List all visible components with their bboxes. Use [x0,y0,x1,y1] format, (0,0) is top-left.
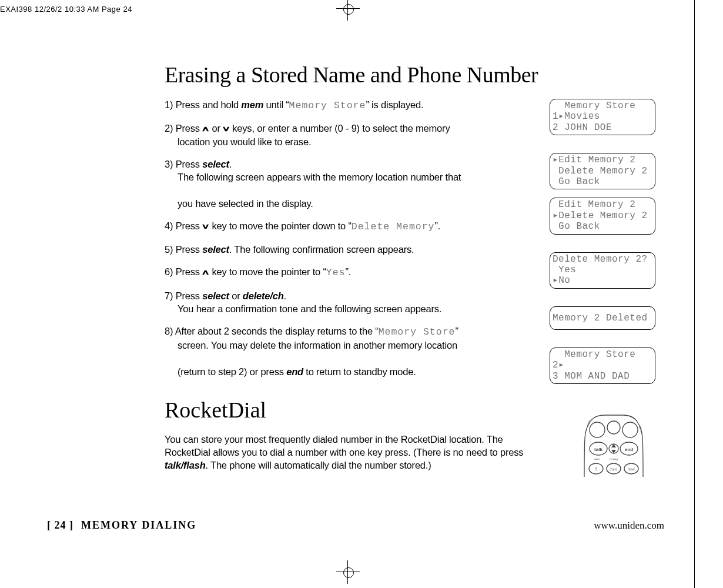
section-heading-erase: Erasing a Stored Name and Phone Number [165,62,652,88]
rocketdial-intro: You can store your most frequently diale… [165,433,529,472]
svg-text:v-t/ring: v-t/ring [609,457,618,460]
steps-list: 1) Press and hold mem until “Memory Stor… [165,98,523,378]
lcd-memory-store-1: Memory Store 1▸Movies 2 JOHN DOE [550,99,655,135]
svg-text:end: end [625,447,633,452]
lcd-delete-confirm: Delete Memory 2? Yes ▸No [550,252,655,289]
footer-left: [ 24 ] MEMORY DIALING [47,519,196,532]
step-6: 6) Press ∧ key to move the pointer to “Y… [165,265,523,279]
page-footer: [ 24 ] MEMORY DIALING www.uniden.com [47,519,664,532]
down-arrow-icon: ∨ [201,221,210,231]
svg-point-0 [590,422,605,437]
page-number: [ 24 ] [47,519,73,531]
svg-text:talk: talk [594,447,602,452]
down-arrow-icon: ∨ [222,123,230,133]
lcd-memory-store-2: Memory Store 2▸ 3 MOM AND DAD [550,348,655,384]
step-8: 8) After about 2 seconds the display ret… [165,325,523,378]
lcd-delete-memory-selected: Edit Memory 2 ▸Delete Memory 2 Go Back [550,198,655,234]
trim-rule [694,0,695,588]
svg-text:select: select [586,419,591,426]
up-arrow-icon: ∧ [201,123,210,133]
svg-text:3def: 3def [628,467,635,472]
step-3: 3) Press select. The following screen ap… [165,158,523,210]
step-4: 4) Press ∨ key to move the pointer down … [165,219,523,233]
svg-text:2abc: 2abc [610,467,617,472]
svg-text:flash: flash [594,457,600,460]
step-2: 2) Press ∧ or ∨ keys, or enter a number … [165,122,523,148]
footer-url: www.uniden.com [594,520,664,532]
step-7: 7) Press select or delete/ch. You hear a… [165,289,523,316]
lcd-deleted: Memory 2 Deleted [550,306,655,330]
svg-text:delete: delete [638,426,644,434]
svg-point-2 [622,422,638,437]
registration-mark-top-icon [336,0,360,21]
svg-point-1 [607,421,620,434]
lcd-column: Memory Store 1▸Movies 2 JOHN DOE ▸Edit M… [550,99,655,402]
svg-text:1: 1 [595,466,597,472]
phone-keypad-icon: talk end select delete flash v-t/ring 1 … [581,413,647,478]
footer-section: MEMORY DIALING [81,519,196,531]
print-header: EXAI398 12/26/2 10:33 AM Page 24 [0,5,132,14]
step-5: 5) Press select. The following confirmat… [165,243,523,256]
lcd-edit-memory: ▸Edit Memory 2 Delete Memory 2 Go Back [550,153,655,189]
registration-mark-bottom-icon [336,560,360,584]
step-1: 1) Press and hold mem until “Memory Stor… [165,98,523,112]
up-arrow-icon: ∧ [201,267,210,277]
